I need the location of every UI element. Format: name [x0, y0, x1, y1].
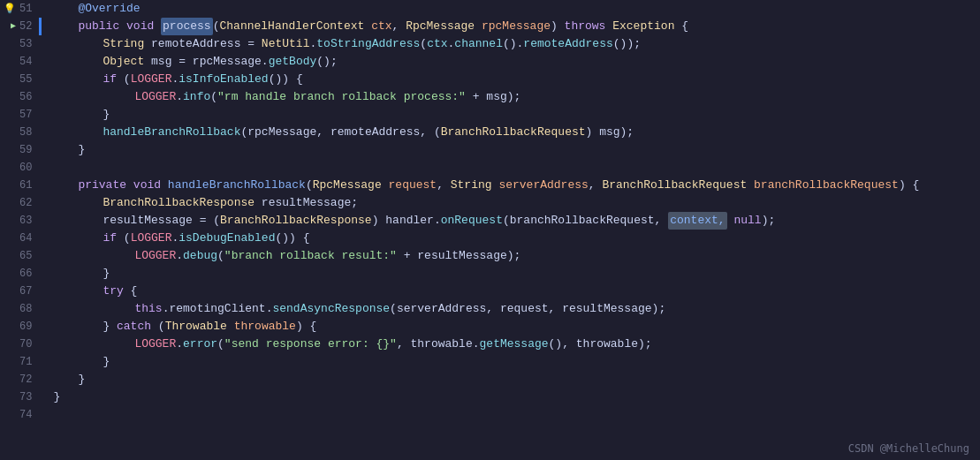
line-55: 55 [4, 71, 32, 88]
code-line-69: } catch (Throwable throwable) { [53, 318, 980, 336]
line-53: 53 [4, 35, 32, 53]
code-line-72: } [53, 371, 980, 388]
code-line-64: if (LOGGER.isDebugEnabled()) { [53, 230, 980, 247]
code-line-53: String remoteAddress = NetUtil.toStringA… [53, 35, 980, 53]
code-line-55: if (LOGGER.isInfoEnabled()) { [53, 71, 980, 88]
code-line-71: } [53, 353, 980, 371]
code-line-62: BranchRollbackResponse resultMessage; [53, 194, 980, 212]
code-line-58: handleBranchRollback(rpcMessage, remoteA… [53, 124, 980, 141]
code-line-66: } [53, 265, 980, 283]
code-line-51: @Override [53, 0, 980, 18]
line-67: 67 [4, 283, 32, 300]
line-59: 59 [4, 141, 32, 159]
hint-icon: 💡 [4, 0, 16, 18]
code-line-57: } [53, 106, 980, 124]
line-74: 74 [4, 406, 32, 424]
line-58: 58 [4, 124, 32, 141]
line-61: 61 [4, 177, 32, 194]
line-65: 65 [4, 247, 32, 265]
line-69: 69 [4, 318, 32, 336]
line-60: 60 [4, 159, 32, 177]
code-line-68: this.remotingClient.sendAsyncResponse(se… [53, 300, 980, 318]
run-icon: ▶ [11, 18, 16, 35]
line-68: 68 [4, 300, 32, 318]
watermark: CSDN @MichelleChung [848, 442, 969, 455]
code-line-59: } [53, 141, 980, 159]
line-63: 63 [4, 212, 32, 230]
line-56: 56 [4, 88, 32, 106]
code-line-52: public void process(ChannelHandlerContex… [53, 18, 980, 35]
code-line-54: Object msg = rpcMessage.getBody(); [53, 53, 980, 71]
line-54: 54 [4, 53, 32, 71]
line-57: 57 [4, 106, 32, 124]
change-gutter [39, 0, 44, 460]
code-line-74 [53, 406, 980, 424]
code-line-67: try { [53, 283, 980, 300]
code-line-65: LOGGER.debug("branch rollback result:" +… [53, 247, 980, 265]
code-lines: @Override public void process(ChannelHan… [44, 0, 980, 460]
line-71: 71 [4, 353, 32, 371]
line-70: 70 [4, 336, 32, 353]
line-52: ▶ 52 [4, 18, 32, 35]
line-72: 72 [4, 371, 32, 388]
line-51: 💡 51 [4, 0, 32, 18]
code-editor: 💡 51 ▶ 52 53 54 55 56 57 58 59 60 61 62 … [0, 0, 980, 460]
code-line-56: LOGGER.info("rm handle branch rollback p… [53, 88, 980, 106]
line-numbers: 💡 51 ▶ 52 53 54 55 56 57 58 59 60 61 62 … [0, 0, 39, 460]
line-64: 64 [4, 230, 32, 247]
code-area: 💡 51 ▶ 52 53 54 55 56 57 58 59 60 61 62 … [0, 0, 980, 460]
code-line-70: LOGGER.error("send response error: {}", … [53, 336, 980, 353]
code-line-73: } [53, 388, 980, 406]
line-62: 62 [4, 194, 32, 212]
code-line-63: resultMessage = (BranchRollbackResponse)… [53, 212, 980, 230]
line-73: 73 [4, 388, 32, 406]
line-66: 66 [4, 265, 32, 283]
code-line-61: private void handleBranchRollback(RpcMes… [53, 177, 980, 194]
code-line-60 [53, 159, 980, 177]
